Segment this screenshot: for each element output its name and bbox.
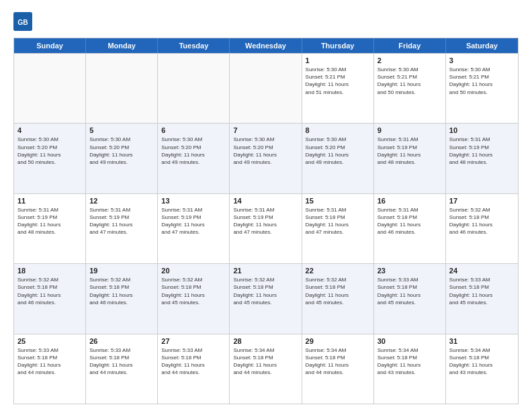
day-info: Sunrise: 5:32 AMSunset: 5:18 PMDaylight:… <box>449 206 515 236</box>
day-number: 6 <box>161 126 226 134</box>
day-number: 20 <box>161 267 226 275</box>
day-info: Sunrise: 5:32 AMSunset: 5:18 PMDaylight:… <box>89 276 154 306</box>
calendar-row-2: 4Sunrise: 5:30 AMSunset: 5:20 PMDaylight… <box>14 123 518 193</box>
day-number: 16 <box>378 197 442 205</box>
logo: GB <box>13 12 36 31</box>
day-info: Sunrise: 5:31 AMSunset: 5:19 PMDaylight:… <box>161 206 226 236</box>
day-number: 27 <box>161 337 226 345</box>
calendar-row-4: 18Sunrise: 5:32 AMSunset: 5:18 PMDayligh… <box>14 263 518 333</box>
page: GB SundayMondayTuesdayWednesdayThursdayF… <box>0 0 532 411</box>
day-info: Sunrise: 5:31 AMSunset: 5:19 PMDaylight:… <box>378 136 442 166</box>
day-cell-27: 27Sunrise: 5:33 AMSunset: 5:18 PMDayligh… <box>158 334 230 404</box>
day-cell-2: 2Sunrise: 5:30 AMSunset: 5:21 PMDaylight… <box>374 54 446 123</box>
day-info: Sunrise: 5:31 AMSunset: 5:19 PMDaylight:… <box>233 206 298 236</box>
empty-cell <box>86 54 158 123</box>
empty-cell <box>230 54 302 123</box>
day-number: 31 <box>449 337 515 345</box>
header-day-thursday: Thursday <box>302 38 374 53</box>
day-cell-17: 17Sunrise: 5:32 AMSunset: 5:18 PMDayligh… <box>446 194 518 263</box>
day-cell-16: 16Sunrise: 5:31 AMSunset: 5:18 PMDayligh… <box>374 194 446 263</box>
day-info: Sunrise: 5:34 AMSunset: 5:18 PMDaylight:… <box>378 347 442 377</box>
day-info: Sunrise: 5:34 AMSunset: 5:18 PMDaylight:… <box>449 347 515 377</box>
day-info: Sunrise: 5:33 AMSunset: 5:18 PMDaylight:… <box>17 347 82 377</box>
day-cell-26: 26Sunrise: 5:33 AMSunset: 5:18 PMDayligh… <box>86 334 158 404</box>
day-cell-30: 30Sunrise: 5:34 AMSunset: 5:18 PMDayligh… <box>374 334 446 404</box>
header-day-friday: Friday <box>374 38 446 53</box>
day-info: Sunrise: 5:30 AMSunset: 5:20 PMDaylight:… <box>233 136 298 166</box>
day-number: 8 <box>306 126 370 134</box>
day-number: 25 <box>17 337 82 345</box>
day-cell-15: 15Sunrise: 5:31 AMSunset: 5:18 PMDayligh… <box>302 194 374 263</box>
day-cell-21: 21Sunrise: 5:32 AMSunset: 5:18 PMDayligh… <box>230 264 302 333</box>
header: GB <box>13 12 519 31</box>
header-day-wednesday: Wednesday <box>230 38 302 53</box>
day-cell-24: 24Sunrise: 5:33 AMSunset: 5:18 PMDayligh… <box>446 264 518 333</box>
day-number: 18 <box>17 267 82 275</box>
day-cell-29: 29Sunrise: 5:34 AMSunset: 5:18 PMDayligh… <box>302 334 374 404</box>
day-number: 23 <box>378 267 442 275</box>
header-day-sunday: Sunday <box>14 38 86 53</box>
day-info: Sunrise: 5:32 AMSunset: 5:18 PMDaylight:… <box>161 276 226 306</box>
day-number: 19 <box>89 267 154 275</box>
day-info: Sunrise: 5:34 AMSunset: 5:18 PMDaylight:… <box>306 347 370 377</box>
day-number: 5 <box>89 126 154 134</box>
day-number: 15 <box>306 197 370 205</box>
day-cell-12: 12Sunrise: 5:31 AMSunset: 5:19 PMDayligh… <box>86 194 158 263</box>
day-number: 22 <box>306 267 370 275</box>
day-cell-11: 11Sunrise: 5:31 AMSunset: 5:19 PMDayligh… <box>14 194 86 263</box>
day-cell-22: 22Sunrise: 5:32 AMSunset: 5:18 PMDayligh… <box>302 264 374 333</box>
day-number: 11 <box>17 197 82 205</box>
day-info: Sunrise: 5:33 AMSunset: 5:18 PMDaylight:… <box>89 347 154 377</box>
day-number: 10 <box>449 126 515 134</box>
day-info: Sunrise: 5:30 AMSunset: 5:21 PMDaylight:… <box>449 66 515 96</box>
day-cell-9: 9Sunrise: 5:31 AMSunset: 5:19 PMDaylight… <box>374 124 446 193</box>
day-number: 14 <box>233 197 298 205</box>
day-info: Sunrise: 5:31 AMSunset: 5:18 PMDaylight:… <box>306 206 370 236</box>
day-number: 1 <box>306 56 370 64</box>
day-info: Sunrise: 5:30 AMSunset: 5:20 PMDaylight:… <box>161 136 226 166</box>
day-info: Sunrise: 5:30 AMSunset: 5:20 PMDaylight:… <box>89 136 154 166</box>
day-number: 2 <box>378 56 442 64</box>
day-cell-1: 1Sunrise: 5:30 AMSunset: 5:21 PMDaylight… <box>302 54 374 123</box>
day-number: 29 <box>306 337 370 345</box>
day-cell-14: 14Sunrise: 5:31 AMSunset: 5:19 PMDayligh… <box>230 194 302 263</box>
calendar-row-1: 1Sunrise: 5:30 AMSunset: 5:21 PMDaylight… <box>14 53 518 123</box>
day-number: 7 <box>233 126 298 134</box>
empty-cell <box>158 54 230 123</box>
svg-text:GB: GB <box>17 19 28 26</box>
day-info: Sunrise: 5:30 AMSunset: 5:21 PMDaylight:… <box>378 66 442 96</box>
day-info: Sunrise: 5:32 AMSunset: 5:18 PMDaylight:… <box>233 276 298 306</box>
day-number: 26 <box>89 337 154 345</box>
day-info: Sunrise: 5:30 AMSunset: 5:21 PMDaylight:… <box>306 66 370 96</box>
day-info: Sunrise: 5:33 AMSunset: 5:18 PMDaylight:… <box>449 276 515 306</box>
day-cell-18: 18Sunrise: 5:32 AMSunset: 5:18 PMDayligh… <box>14 264 86 333</box>
day-cell-28: 28Sunrise: 5:34 AMSunset: 5:18 PMDayligh… <box>230 334 302 404</box>
day-info: Sunrise: 5:33 AMSunset: 5:18 PMDaylight:… <box>378 276 442 306</box>
header-day-tuesday: Tuesday <box>158 38 230 53</box>
calendar-row-3: 11Sunrise: 5:31 AMSunset: 5:19 PMDayligh… <box>14 193 518 263</box>
day-number: 3 <box>449 56 515 64</box>
calendar-header: SundayMondayTuesdayWednesdayThursdayFrid… <box>14 38 518 53</box>
day-number: 24 <box>449 267 515 275</box>
day-cell-10: 10Sunrise: 5:31 AMSunset: 5:19 PMDayligh… <box>446 124 518 193</box>
day-cell-7: 7Sunrise: 5:30 AMSunset: 5:20 PMDaylight… <box>230 124 302 193</box>
day-cell-31: 31Sunrise: 5:34 AMSunset: 5:18 PMDayligh… <box>446 334 518 404</box>
day-info: Sunrise: 5:33 AMSunset: 5:18 PMDaylight:… <box>161 347 226 377</box>
day-info: Sunrise: 5:34 AMSunset: 5:18 PMDaylight:… <box>233 347 298 377</box>
day-cell-3: 3Sunrise: 5:30 AMSunset: 5:21 PMDaylight… <box>446 54 518 123</box>
day-info: Sunrise: 5:32 AMSunset: 5:18 PMDaylight:… <box>17 276 82 306</box>
day-cell-4: 4Sunrise: 5:30 AMSunset: 5:20 PMDaylight… <box>14 124 86 193</box>
day-info: Sunrise: 5:32 AMSunset: 5:18 PMDaylight:… <box>306 276 370 306</box>
day-cell-19: 19Sunrise: 5:32 AMSunset: 5:18 PMDayligh… <box>86 264 158 333</box>
day-info: Sunrise: 5:30 AMSunset: 5:20 PMDaylight:… <box>17 136 82 166</box>
logo-icon: GB <box>13 12 32 31</box>
day-cell-25: 25Sunrise: 5:33 AMSunset: 5:18 PMDayligh… <box>14 334 86 404</box>
day-cell-20: 20Sunrise: 5:32 AMSunset: 5:18 PMDayligh… <box>158 264 230 333</box>
calendar-row-5: 25Sunrise: 5:33 AMSunset: 5:18 PMDayligh… <box>14 334 518 404</box>
empty-cell <box>14 54 86 123</box>
day-cell-5: 5Sunrise: 5:30 AMSunset: 5:20 PMDaylight… <box>86 124 158 193</box>
day-number: 28 <box>233 337 298 345</box>
day-number: 9 <box>378 126 442 134</box>
day-number: 4 <box>17 126 82 134</box>
day-number: 13 <box>161 197 226 205</box>
